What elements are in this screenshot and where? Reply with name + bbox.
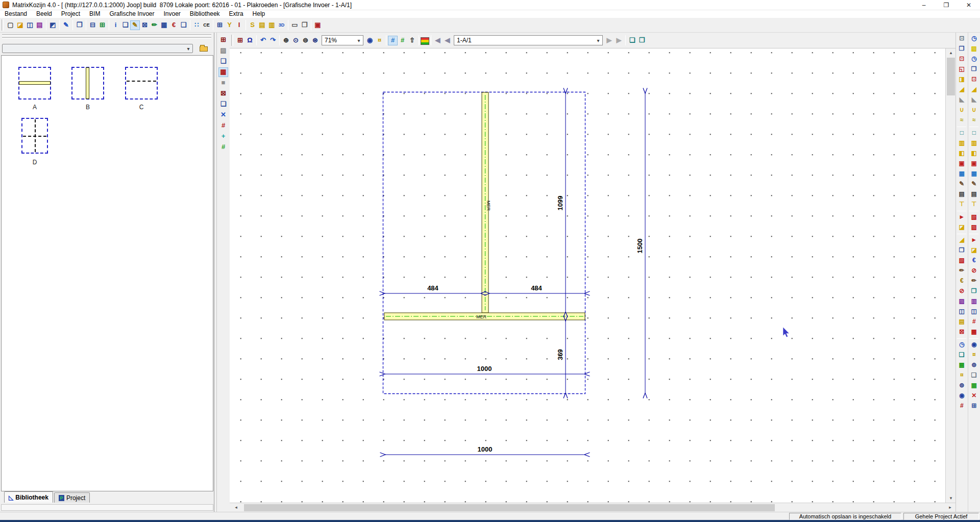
- pencil-b-icon[interactable]: ✏: [969, 276, 979, 286]
- print-icon[interactable]: ⊟: [88, 20, 97, 30]
- mesh-icon[interactable]: ▩: [957, 360, 967, 370]
- dim-lower-height[interactable]: 369: [556, 349, 564, 360]
- sheet-icon[interactable]: ❑: [957, 350, 967, 360]
- sheets-b-icon[interactable]: ❒: [969, 286, 979, 296]
- forbid-icon[interactable]: ⊘: [957, 286, 967, 296]
- grid-toggle-icon[interactable]: #: [388, 36, 398, 45]
- menu-beeld[interactable]: Beeld: [32, 10, 57, 18]
- coupling-b-icon[interactable]: ∪: [969, 105, 979, 115]
- hatch-yellow-icon[interactable]: ▨: [969, 44, 979, 54]
- pane-bars-icon[interactable]: ▥: [957, 138, 967, 148]
- scroll-right-icon[interactable]: ▸: [946, 503, 954, 512]
- visibility-icon[interactable]: ◉: [365, 36, 375, 45]
- fold-corner-icon[interactable]: ◪: [957, 222, 967, 232]
- zoom-in-icon[interactable]: ⊕: [281, 36, 291, 45]
- merge-fields-icon[interactable]: ◨: [957, 74, 967, 84]
- sill-hatch-b-icon[interactable]: ◣: [969, 95, 979, 105]
- pane-grid-icon[interactable]: ▦: [957, 169, 967, 179]
- open-library-button[interactable]: [197, 44, 210, 53]
- beam-icon[interactable]: I: [234, 20, 244, 30]
- snap-magnet-icon[interactable]: Ω: [245, 36, 255, 45]
- bars-purple-icon[interactable]: ▥: [969, 296, 979, 306]
- open-folder-icon[interactable]: ◪: [15, 20, 25, 30]
- vertical-scrollbar-thumb[interactable]: [947, 58, 955, 95]
- dim-upper-height[interactable]: 1099: [556, 196, 564, 211]
- preview-tool-icon[interactable]: ▨: [218, 46, 228, 56]
- doc-yellow-icon[interactable]: ▤: [957, 317, 967, 327]
- menu-bibliotheek[interactable]: Bibliotheek: [185, 10, 225, 18]
- stile-icon[interactable]: Y: [225, 20, 234, 30]
- sill-icon[interactable]: ◢: [957, 85, 967, 94]
- rows-b-icon[interactable]: ▤: [969, 189, 979, 199]
- stack-profiles-icon[interactable]: ≈: [957, 115, 967, 125]
- hash-icon[interactable]: #: [957, 401, 967, 411]
- horizontal-scrollbar[interactable]: ◂ ▸: [230, 503, 955, 512]
- scroll-left-icon[interactable]: ◂: [232, 503, 240, 512]
- chevron-down-icon[interactable]: ▾: [184, 46, 192, 52]
- merge-doc-edit-icon[interactable]: ▥: [267, 20, 277, 30]
- sill-hatch-icon[interactable]: ◣: [957, 95, 967, 105]
- hatch-purple-icon[interactable]: ▨: [957, 296, 967, 306]
- merge-doc-icon[interactable]: ▤: [257, 20, 267, 30]
- library-item-c[interactable]: C: [125, 67, 158, 113]
- project-data-icon[interactable]: ❐: [75, 20, 84, 30]
- sill-2-icon[interactable]: ◢: [957, 235, 967, 245]
- floppy-icon[interactable]: ◫: [957, 307, 967, 316]
- nav-first-icon[interactable]: ◀: [433, 36, 443, 45]
- hatch-red-icon[interactable]: ▧: [957, 256, 967, 265]
- copy-view-icon[interactable]: ❏: [627, 36, 637, 45]
- stack-b-icon[interactable]: ≈: [969, 115, 979, 125]
- delete-tool-icon[interactable]: ✕: [218, 110, 228, 120]
- hatch-edit-2-icon[interactable]: ▨: [969, 222, 979, 232]
- zoom-pan-icon[interactable]: ⊛: [310, 36, 320, 45]
- zoom-combo[interactable]: 71% ▾: [322, 35, 363, 45]
- layers-tool-icon[interactable]: ❏: [218, 100, 228, 109]
- measure-icon[interactable]: ✎: [61, 20, 71, 30]
- print-preview-icon[interactable]: ⊞: [97, 20, 107, 30]
- forbid-b-icon[interactable]: ⊘: [969, 266, 979, 276]
- horizontal-scrollbar-thumb[interactable]: [244, 504, 775, 511]
- sill-b-icon[interactable]: ◢: [969, 85, 979, 94]
- ce-mark-icon[interactable]: CE: [202, 20, 211, 30]
- nav-prev-icon[interactable]: ◀: [443, 36, 452, 45]
- pane-filled-b-icon[interactable]: ▣: [969, 159, 979, 168]
- pane-empty-b-icon[interactable]: □: [969, 128, 979, 138]
- view-combo[interactable]: 1-A/1 ▾: [454, 35, 603, 45]
- hash-green-tool-icon[interactable]: #: [218, 142, 228, 152]
- scroll-down-icon[interactable]: ▾: [946, 494, 956, 503]
- new-frame-icon[interactable]: ⊞: [215, 20, 225, 30]
- grid-tool-icon[interactable]: ▦: [218, 67, 228, 77]
- move-up-icon[interactable]: ⇧: [407, 36, 417, 45]
- vertical-scrollbar[interactable]: ▴ ▾: [945, 48, 955, 503]
- dim-left-width[interactable]: 484: [427, 284, 438, 292]
- tab-project[interactable]: P Project: [54, 492, 90, 503]
- eye-icon[interactable]: ◉: [957, 391, 967, 401]
- insert-right-icon[interactable]: ►: [957, 212, 967, 222]
- hash-red-tool-icon[interactable]: #: [218, 121, 228, 131]
- raster-icon[interactable]: ∷: [192, 20, 202, 30]
- clock-2-icon[interactable]: ◷: [969, 54, 979, 64]
- light-icon[interactable]: ¤: [375, 36, 384, 45]
- copy-icon[interactable]: ❑: [179, 20, 188, 30]
- close-button[interactable]: ✕: [958, 0, 980, 10]
- profile-icon[interactable]: S: [248, 20, 257, 30]
- grid-snap-icon[interactable]: #: [398, 36, 407, 45]
- floppy-b-icon[interactable]: ◫: [969, 307, 979, 316]
- sheet-b-icon[interactable]: ❑: [969, 370, 979, 380]
- frame-marked-icon[interactable]: ⊡: [957, 54, 967, 64]
- pencil-icon[interactable]: ✏: [957, 266, 967, 276]
- undo-icon[interactable]: ↶: [258, 36, 268, 45]
- new-document-icon[interactable]: ▢: [6, 20, 15, 30]
- library-filter-combo[interactable]: ▾: [2, 44, 193, 53]
- snap-cross-tool-icon[interactable]: +: [218, 132, 228, 141]
- profiles-tool-icon[interactable]: ⊠: [218, 89, 228, 98]
- target-b-icon[interactable]: ⊚: [969, 360, 979, 370]
- report-pair-icon[interactable]: ❒: [300, 20, 309, 30]
- zoom-extents-icon[interactable]: ⊚: [301, 36, 310, 45]
- dim-total-height[interactable]: 1500: [636, 239, 644, 254]
- fill-tool-icon[interactable]: ■: [218, 78, 228, 88]
- menu-project[interactable]: Project: [57, 10, 85, 18]
- menu-help[interactable]: Help: [248, 10, 270, 18]
- time-icon[interactable]: ◷: [957, 340, 967, 350]
- table-edit-icon[interactable]: ▦: [159, 20, 169, 30]
